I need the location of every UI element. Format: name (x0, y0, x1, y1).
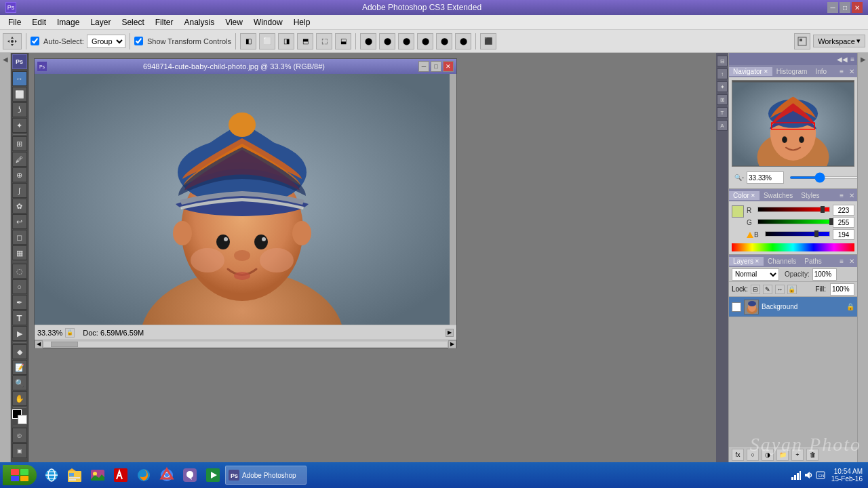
menu-window[interactable]: Window (248, 16, 288, 28)
doc-minimize-btn[interactable]: ─ (418, 61, 429, 72)
healing-brush-tool[interactable]: ⊕ (12, 167, 27, 182)
tab-layers[interactable]: Layers ✕ (729, 257, 764, 266)
eraser-tool[interactable]: ◻ (12, 230, 27, 245)
new-layer-btn[interactable]: + (791, 449, 804, 461)
align-center-v-btn[interactable]: ⬚ (316, 33, 332, 49)
tab-paths[interactable]: Paths (800, 257, 826, 266)
menu-edit[interactable]: Edit (26, 16, 52, 28)
move-tool[interactable]: ↔ (12, 71, 27, 86)
align-center-h-btn[interactable]: ⬜ (259, 33, 275, 49)
menu-select[interactable]: Select (116, 16, 149, 28)
zoom-input[interactable]: 33.33% (747, 171, 784, 184)
layer-eye-icon[interactable]: 👁 (732, 302, 741, 312)
restore-button[interactable]: □ (840, 2, 850, 13)
distribute-center-h-btn[interactable]: ⬤ (379, 33, 395, 49)
layers-panel-menu[interactable]: ≡ (837, 258, 846, 265)
close-button[interactable]: ✕ (852, 2, 863, 13)
r-value-input[interactable]: 223 (833, 205, 854, 216)
panels-collapse-btn[interactable]: ◀◀ (837, 56, 848, 63)
right-panel-collapse[interactable]: ▶ (857, 53, 868, 462)
color-panel-close[interactable]: ✕ (846, 192, 857, 199)
canvas-toggle-btn[interactable] (794, 33, 810, 49)
r-slider-thumb[interactable] (821, 206, 825, 213)
lock-move-btn[interactable]: ↔ (775, 285, 785, 294)
tab-color[interactable]: Color ✕ (729, 191, 760, 200)
crop-tool[interactable]: ⊞ (12, 136, 27, 151)
menu-help[interactable]: Help (288, 16, 316, 28)
dodge-tool[interactable]: ○ (12, 279, 27, 294)
distribute-right-btn[interactable]: ⬤ (398, 33, 414, 49)
taskbar-photoshop-app[interactable]: Ps Adobe Photoshop (225, 466, 307, 485)
panel-icon-4[interactable]: ⊞ (717, 94, 728, 105)
clone-stamp-tool[interactable]: ✿ (12, 199, 27, 214)
taskbar-media-icon[interactable] (202, 464, 224, 486)
pen-tool[interactable]: ✒ (12, 295, 27, 310)
blend-mode-dropdown[interactable]: Normal Multiply Screen (732, 268, 779, 281)
eyedropper-tool[interactable]: 🖉 (12, 152, 27, 167)
zoom-slider[interactable] (789, 176, 868, 179)
zoom-out-icon[interactable]: 🔍- (734, 174, 744, 181)
scroll-h-right[interactable]: ▶ (448, 340, 456, 348)
blur-tool[interactable]: ◌ (12, 264, 27, 279)
tab-styles[interactable]: Styles (797, 191, 823, 200)
distribute-top-btn[interactable]: ⬤ (417, 33, 433, 49)
screen-mode-btn[interactable]: ▣ (12, 443, 27, 458)
close-color-tab[interactable]: ✕ (751, 192, 755, 199)
panel-icon-5[interactable]: T (717, 107, 728, 118)
system-clock[interactable]: 10:54 AM 15-Feb-16 (829, 468, 865, 483)
distribute-center-v-btn[interactable]: ⬤ (436, 33, 452, 49)
panel-icon-6[interactable]: A (717, 120, 728, 131)
move-tool-icon[interactable] (3, 33, 22, 49)
quick-mask-btn[interactable]: ◎ (12, 428, 27, 443)
b-slider-container[interactable] (765, 231, 830, 238)
h-scroll-thumb[interactable] (51, 342, 78, 347)
tray-volume-icon[interactable] (803, 470, 814, 481)
zoom-status-icon[interactable]: 🔒 (65, 328, 75, 338)
panel-icon-3[interactable]: ✦ (717, 81, 728, 92)
delete-layer-btn[interactable]: 🗑 (806, 449, 818, 461)
text-tool[interactable]: T (12, 310, 27, 325)
align-top-edges-btn[interactable]: ⬒ (297, 33, 313, 49)
taskbar-ie-icon[interactable] (41, 464, 62, 486)
workspace-button[interactable]: Workspace ▾ (813, 35, 865, 47)
lock-transparent-btn[interactable]: ⊟ (751, 285, 760, 294)
brush-tool[interactable]: ∫ (12, 183, 27, 198)
panels-menu-btn[interactable]: ≡ (850, 56, 854, 63)
close-navigator-tab[interactable]: ✕ (764, 68, 768, 75)
align-left-edges-btn[interactable]: ◧ (240, 33, 256, 49)
distribute-left-btn[interactable]: ⬤ (360, 33, 376, 49)
menu-view[interactable]: View (220, 16, 248, 28)
zoom-tool[interactable]: 🔍 (12, 375, 27, 390)
tray-keyboard-icon[interactable]: EN (815, 470, 826, 481)
tab-navigator[interactable]: Navigator ✕ (729, 67, 772, 76)
taskbar-firefox-icon[interactable] (133, 464, 155, 486)
new-adjustment-btn[interactable]: ◑ (762, 449, 774, 461)
tab-histogram[interactable]: Histogram (772, 67, 812, 76)
marquee-tool[interactable]: ⬜ (12, 87, 27, 102)
notes-tool[interactable]: 📝 (12, 360, 27, 375)
navigator-panel-menu[interactable]: ≡ (837, 68, 846, 75)
add-mask-btn[interactable]: ○ (747, 449, 759, 461)
left-panel-collapse[interactable]: ◀ (0, 53, 11, 462)
b-value-input[interactable]: 194 (833, 229, 854, 240)
fill-input[interactable] (830, 283, 854, 296)
layer-background[interactable]: 👁 Background 🔒 (729, 297, 857, 317)
b-slider-thumb[interactable] (814, 230, 818, 237)
color-panel-menu[interactable]: ≡ (837, 192, 846, 199)
taskbar-chrome-icon[interactable] (156, 464, 178, 486)
auto-select-checkbox[interactable] (31, 37, 39, 45)
taskbar-adobe-icon[interactable] (110, 464, 132, 486)
scroll-h-left[interactable]: ◀ (35, 340, 43, 348)
path-selection-tool[interactable]: ▶ (12, 326, 27, 341)
color-picker[interactable] (12, 409, 27, 424)
distribute-bottom-btn[interactable]: ⬤ (455, 33, 471, 49)
current-color-swatch[interactable] (732, 205, 744, 218)
show-transform-checkbox[interactable] (134, 37, 143, 45)
g-slider-container[interactable] (757, 219, 830, 226)
scroll-left-btn[interactable]: ▶ (446, 329, 454, 337)
g-slider-thumb[interactable] (829, 218, 833, 225)
lasso-tool[interactable]: ʖ (12, 102, 27, 117)
menu-file[interactable]: File (3, 16, 26, 28)
history-brush-tool[interactable]: ↩ (12, 214, 27, 229)
g-value-input[interactable]: 255 (833, 217, 854, 228)
